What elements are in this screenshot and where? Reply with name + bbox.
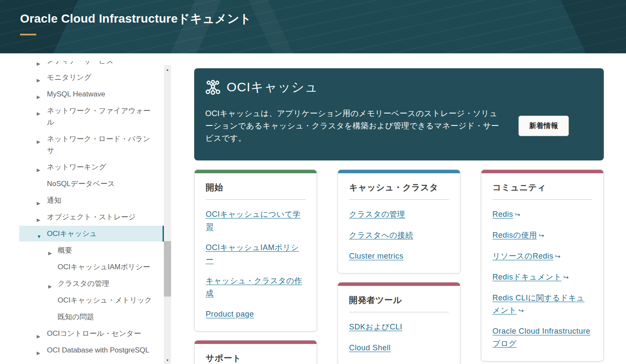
chevron-right-icon: ▶ <box>37 331 40 342</box>
chevron-right-icon: ▶ <box>37 164 40 176</box>
card-link-item: クラスタの管理 <box>349 208 449 221</box>
sidebar-item-label: ネットワーキング <box>47 163 106 171</box>
external-link-icon: ↪ <box>518 307 524 314</box>
sidebar-item[interactable]: OCIキャッシュ・メトリック <box>19 294 164 306</box>
card-link-item: SDKおよびCLI <box>349 321 449 333</box>
chevron-right-icon: ▶ <box>37 108 40 119</box>
card-divider <box>349 199 449 200</box>
sidebar-item[interactable]: ▶ネットワーキング <box>19 161 164 173</box>
sidebar-item-label: 既知の問題 <box>58 313 94 321</box>
card-divider <box>349 312 449 312</box>
card-title: サポート <box>206 352 306 364</box>
card-link-item: Redis CLIに関するドキュメント↪ <box>492 292 592 317</box>
sidebar-item[interactable]: ▶通知 <box>19 195 164 206</box>
sidebar-item[interactable]: ▶ネットワーク・ファイアウォール <box>19 105 164 128</box>
chevron-down-icon: ▼ <box>37 231 41 242</box>
card-link-item: Redis↪ <box>492 208 592 221</box>
card-title: キャッシュ・クラスタ <box>349 182 449 193</box>
card-link-item: クラスタへの接続 <box>349 229 449 242</box>
card-link[interactable]: Product page <box>206 310 254 318</box>
chevron-right-icon: ▶ <box>37 61 40 70</box>
sidebar-item-selected[interactable]: ▼OCIキャッシュ <box>19 226 164 242</box>
external-link-icon: ↪ <box>539 232 544 239</box>
cards-column-1: 開始OCIキャッシュについて学習OCIキャッシュIAMポリシーキャッシュ・クラス… <box>194 169 317 364</box>
sidebar-item-label: ネットワーク・ファイアウォール <box>47 107 150 126</box>
title-accent-bar <box>20 34 36 35</box>
card-link[interactable]: Cluster metrics <box>349 252 404 260</box>
sidebar-item[interactable]: ▶OCI Database with PostgreSQL <box>19 344 164 356</box>
chevron-right-icon: ▶ <box>37 198 40 209</box>
sidebar-item[interactable]: NoSQLデータベース <box>19 178 164 189</box>
sidebar-scrollbar[interactable]: ▲ ▼ <box>164 65 171 364</box>
cache-cluster-icon <box>205 80 221 95</box>
sidebar-item[interactable]: ▶オブジェクト・ストレージ <box>19 211 164 223</box>
card-title: 開発者ツール <box>349 294 449 306</box>
sidebar-item-label: NoSQLデータベース <box>47 180 115 188</box>
sidebar-item-label: MySQL Heatwave <box>47 90 105 98</box>
card: 開発者ツールSDKおよびCLICloud Shell <box>338 282 460 364</box>
hero-banner: OCIキャッシュ OCIキャッシュは、アプリケーション用のメモリーベースのストレ… <box>194 68 604 160</box>
card-link[interactable]: Redisドキュメント <box>492 273 562 281</box>
chevron-right-icon: ▶ <box>48 248 52 259</box>
page-title: Oracle Cloud Infrastructureドキュメント <box>20 11 626 27</box>
sidebar-item-label: ネットワーク・ロード・バランサ <box>47 135 150 154</box>
card-link[interactable]: Redisの使用 <box>492 231 537 239</box>
card: 開始OCIキャッシュについて学習OCIキャッシュIAMポリシーキャッシュ・クラス… <box>194 169 317 332</box>
card-link[interactable]: Oracle Cloud Infrastructureブログ <box>492 327 591 348</box>
sidebar: ▶メディア・サービス▶モニタリング▶MySQL Heatwave▶ネットワーク・… <box>0 61 164 364</box>
content-area: ▶メディア・サービス▶モニタリング▶MySQL Heatwave▶ネットワーク・… <box>0 53 626 364</box>
sidebar-item[interactable]: ▶クラスタの管理 <box>19 278 164 289</box>
cards-column-3: コミュニティRedis↪Redisの使用↪リソースのRedis↪Redisドキュ… <box>481 169 604 364</box>
sidebar-item[interactable]: ▶OCIコントロール・センター <box>19 328 164 339</box>
sidebar-item-label: オブジェクト・ストレージ <box>47 213 136 221</box>
chevron-right-icon: ▶ <box>37 75 40 86</box>
sidebar-item[interactable]: OCIキャッシュIAMポリシー <box>19 261 164 273</box>
sidebar-item-label: OCIキャッシュIAMポリシー <box>58 263 150 271</box>
card-link[interactable]: OCIキャッシュIAMポリシー <box>206 243 299 264</box>
card-link-item: Cloud Shell <box>349 342 449 354</box>
card-link-item: OCIキャッシュIAMポリシー <box>206 242 306 266</box>
scroll-up-button[interactable]: ▲ <box>164 66 171 73</box>
sidebar-item[interactable]: ▶概要 <box>19 245 164 256</box>
whats-new-button[interactable]: 新着情報 <box>518 116 569 136</box>
sidebar-item-label: メディア・サービス <box>47 61 114 65</box>
sidebar-item[interactable]: ▶MySQL Heatwave <box>19 88 164 100</box>
card-divider <box>206 199 306 200</box>
hero-title: OCIキャッシュ <box>227 79 318 96</box>
sidebar-nav: ▶メディア・サービス▶モニタリング▶MySQL Heatwave▶ネットワーク・… <box>0 61 164 356</box>
card: コミュニティRedis↪Redisの使用↪リソースのRedis↪Redisドキュ… <box>481 169 604 361</box>
sidebar-item-label: OCIキャッシュ・メトリック <box>58 296 152 304</box>
card-link[interactable]: キャッシュ・クラスタの作成 <box>206 277 302 297</box>
external-link-icon: ↪ <box>563 274 569 281</box>
card: サポート <box>194 340 317 364</box>
hero-title-row: OCIキャッシュ <box>205 79 592 96</box>
chevron-right-icon: ▶ <box>37 214 40 226</box>
card-link[interactable]: リソースのRedis <box>492 252 553 260</box>
scroll-down-button[interactable]: ▼ <box>164 357 171 364</box>
sidebar-item[interactable]: ▶ネットワーク・ロード・バランサ <box>19 133 164 156</box>
card-link-item: Oracle Cloud Infrastructureブログ <box>492 325 592 350</box>
card-link-item: リソースのRedis↪ <box>492 250 592 262</box>
sidebar-item-label: OCIコントロール・センター <box>47 329 141 338</box>
card-link[interactable]: SDKおよびCLI <box>349 323 402 331</box>
card-accent-bar <box>481 170 603 173</box>
card-link[interactable]: OCIキャッシュについて学習 <box>206 210 300 231</box>
card-link[interactable]: Redis <box>492 210 513 218</box>
card-accent-bar <box>195 170 317 173</box>
card-link[interactable]: Redis CLIに関するドキュメント <box>492 294 585 314</box>
card-link[interactable]: Cloud Shell <box>349 344 391 352</box>
sidebar-item[interactable]: ▶メディア・サービス <box>19 61 164 67</box>
scrollbar-thumb[interactable] <box>164 241 171 297</box>
card: キャッシュ・クラスタクラスタの管理クラスタへの接続Cluster metrics <box>338 169 460 274</box>
external-link-icon: ↪ <box>555 253 561 260</box>
card-accent-bar <box>338 282 460 286</box>
sidebar-item[interactable]: 既知の問題 <box>19 311 164 323</box>
chevron-right-icon: ▶ <box>37 91 40 103</box>
card-link[interactable]: クラスタへの接続 <box>349 231 413 239</box>
card-link[interactable]: クラスタの管理 <box>349 210 405 218</box>
sidebar-item-label: 通知 <box>47 196 61 204</box>
sidebar-item[interactable]: ▶モニタリング <box>19 72 164 83</box>
card-divider <box>492 199 592 200</box>
card-title: コミュニティ <box>492 182 592 193</box>
card-link-item: Redisの使用↪ <box>492 229 592 242</box>
